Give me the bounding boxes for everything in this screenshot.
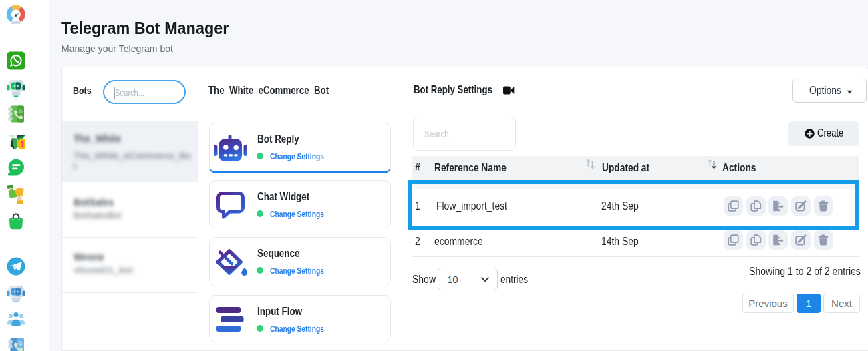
svg-text:1: 1 bbox=[20, 140, 25, 149]
